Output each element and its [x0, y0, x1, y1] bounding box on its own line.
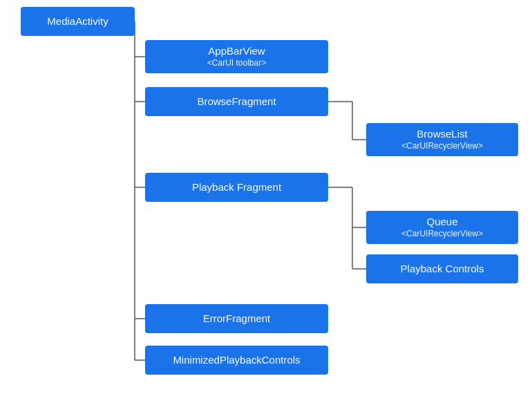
media-activity-node: MediaActivity [21, 7, 135, 36]
minimized-playback-node: MinimizedPlaybackControls [145, 346, 328, 375]
error-fragment-node: ErrorFragment [145, 304, 328, 333]
playback-controls-node: Playback Controls [366, 254, 518, 283]
app-bar-view-node: AppBarView <CarUI toolbar> [145, 40, 328, 73]
playback-fragment-node: Playback Fragment [145, 173, 328, 202]
media-activity-label: MediaActivity [47, 15, 108, 28]
browse-fragment-label: BrowseFragment [197, 95, 276, 109]
error-fragment-label: ErrorFragment [203, 312, 271, 326]
playback-fragment-label: Playback Fragment [192, 180, 281, 194]
app-bar-view-label: AppBarView [208, 44, 265, 58]
app-bar-view-sublabel: <CarUI toolbar> [207, 58, 266, 69]
queue-label: Queue [426, 215, 457, 229]
diagram-container: MediaActivity AppBarView <CarUI toolbar>… [0, 0, 532, 394]
browse-list-node: BrowseList <CarUIRecyclerView> [366, 123, 518, 156]
queue-node: Queue <CarUIRecyclerView> [366, 211, 518, 244]
browse-list-label: BrowseList [417, 127, 467, 141]
queue-sublabel: <CarUIRecyclerView> [401, 229, 483, 240]
playback-controls-label: Playback Controls [401, 262, 484, 276]
browse-fragment-node: BrowseFragment [145, 87, 328, 116]
minimized-playback-label: MinimizedPlaybackControls [173, 353, 300, 367]
browse-list-sublabel: <CarUIRecyclerView> [401, 141, 483, 152]
